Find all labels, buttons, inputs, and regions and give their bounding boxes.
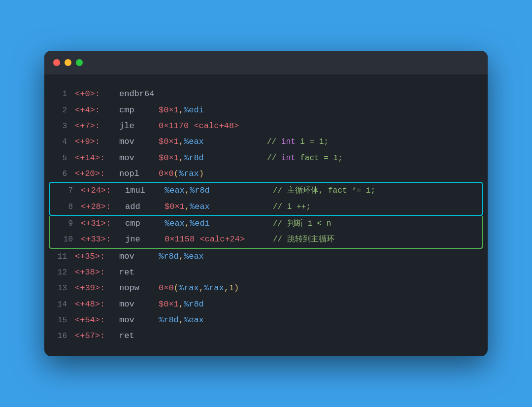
close-button[interactable] <box>53 59 60 66</box>
code-line-7: 7 <+24>: imul %eax,%r8d // 主循环体, fact *=… <box>50 183 482 199</box>
code-window: 1 <+0>: endbr64 2 <+4>: cmp $0×1,%edi 3 … <box>44 51 488 356</box>
code-line-2: 2 <+4>: cmp $0×1,%edi <box>49 102 488 118</box>
code-line-16: 16 <+57>: ret <box>49 328 488 344</box>
code-line-12: 12 <+38>: ret <box>49 265 488 280</box>
code-line-1: 1 <+0>: endbr64 <box>49 86 488 102</box>
minimize-button[interactable] <box>65 59 71 66</box>
code-line-8: 8 <+28>: add $0×1,%eax // i ++; <box>50 199 482 215</box>
highlight-block-green: 9 <+31>: cmp %eax,%edi // 判断 i < n 10 <+… <box>49 216 483 249</box>
code-line-15: 15 <+54>: mov %r8d,%eax <box>49 312 488 328</box>
code-line-14: 14 <+48>: mov $0×1,%r8d <box>49 297 488 312</box>
code-line-13: 13 <+39>: nopw 0×0(%rax,%rax,1) <box>49 280 488 296</box>
code-line-6: 6 <+20>: nopl 0×0(%rax) <box>49 166 488 182</box>
highlight-block-cyan: 7 <+24>: imul %eax,%r8d // 主循环体, fact *=… <box>49 182 483 216</box>
code-line-4: 4 <+9>: mov $0×1,%eax // int i = 1; <box>49 134 488 150</box>
code-line-3: 3 <+7>: jle 0×1170 <calc+48> <box>49 118 488 134</box>
maximize-button[interactable] <box>76 59 83 66</box>
code-line-5: 5 <+14>: mov $0×1,%r8d // int fact = 1; <box>49 150 488 166</box>
code-line-10: 10 <+33>: jne 0×1158 <calc+24> // 跳转到主循环 <box>50 232 482 247</box>
titlebar <box>44 51 488 74</box>
code-line-9: 9 <+31>: cmp %eax,%edi // 判断 i < n <box>50 216 482 232</box>
code-line-11: 11 <+35>: mov %r8d,%eax <box>49 249 488 265</box>
code-area: 1 <+0>: endbr64 2 <+4>: cmp $0×1,%edi 3 … <box>44 74 488 356</box>
